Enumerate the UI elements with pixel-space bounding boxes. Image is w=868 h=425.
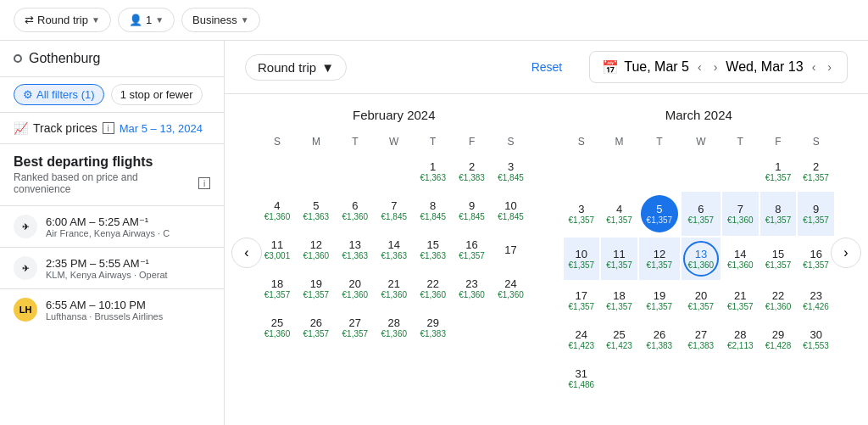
cal-nav-right[interactable]: ›: [831, 238, 861, 268]
cal-cell[interactable]: 17€1,357: [564, 282, 600, 319]
cal-cell[interactable]: 24€1,360: [492, 270, 530, 307]
cal-cell[interactable]: 7€1,360: [722, 192, 759, 236]
end-date-prev[interactable]: ‹: [809, 59, 820, 75]
cal-cell[interactable]: 5€1,357: [639, 192, 680, 236]
cal-cell[interactable]: 6€1,357: [682, 192, 721, 236]
cal-cell[interactable]: 8€1,845: [415, 192, 452, 229]
best-flights-info-icon[interactable]: i: [198, 177, 210, 189]
cal-cell[interactable]: 17: [492, 231, 530, 268]
cal-cell[interactable]: 2€1,383: [453, 153, 491, 190]
cal-cell[interactable]: 13€1,363: [337, 231, 374, 268]
cal-cell[interactable]: 28€1,360: [376, 309, 413, 346]
trip-type-icon: ⇄: [25, 14, 34, 26]
trip-type-label: Round trip: [37, 14, 88, 26]
cal-cell[interactable]: 13€1,360: [682, 238, 721, 280]
cal-cell: [760, 360, 797, 397]
cal-cell[interactable]: 26€1,357: [298, 309, 335, 346]
cal-cell: [639, 153, 680, 190]
cal-cell[interactable]: 21€1,360: [376, 270, 413, 307]
passengers-btn[interactable]: 👤 1 ▼: [118, 8, 175, 32]
stop-filter-btn[interactable]: 1 stop or fewer: [111, 84, 203, 105]
cal-cell[interactable]: 26€1,383: [639, 321, 680, 358]
flight-item-0[interactable]: ✈ 6:00 AM – 5:25 AM⁻¹ Air France, Kenya …: [0, 205, 224, 247]
reset-btn[interactable]: Reset: [531, 60, 563, 74]
calendar-icon: 📅: [602, 59, 619, 75]
end-date-next[interactable]: ›: [824, 59, 835, 75]
cal-cell[interactable]: 9€1,357: [798, 192, 834, 236]
cal-cell[interactable]: 6€1,360: [337, 192, 374, 229]
start-date-text: Tue, Mar 5: [624, 59, 689, 75]
cal-cell[interactable]: 25€1,423: [601, 321, 637, 358]
cal-cell[interactable]: 29€1,428: [760, 321, 797, 358]
cal-cell[interactable]: 19€1,357: [298, 270, 335, 307]
start-date-prev[interactable]: ‹: [694, 59, 705, 75]
cal-cell[interactable]: 23€1,360: [453, 270, 491, 307]
cal-cell[interactable]: 1€1,363: [415, 153, 452, 190]
top-nav: ⇄ Round trip ▼ 👤 1 ▼ Business ▼: [0, 0, 868, 41]
cal-cell[interactable]: 7€1,845: [376, 192, 413, 229]
trip-type-btn[interactable]: ⇄ Round trip ▼: [14, 8, 111, 32]
cal-cell[interactable]: 30€1,553: [798, 321, 834, 358]
date-picker[interactable]: 📅 Tue, Mar 5 ‹ › Wed, Mar 13 ‹ ›: [589, 51, 848, 83]
cal-cell[interactable]: 24€1,423: [564, 321, 600, 358]
cal-cell[interactable]: 29€1,383: [415, 309, 452, 346]
flight-item-2[interactable]: LH 6:55 AM – 10:10 PM Lufthansa · Brusse…: [0, 288, 224, 330]
cal-nav-left[interactable]: ‹: [231, 238, 262, 268]
start-date-next[interactable]: ›: [710, 59, 721, 75]
calendars-wrapper: ‹ February 2024SMTWTFS1€1,3632€1,3833€1,…: [225, 94, 868, 411]
cal-cell[interactable]: 20€1,360: [337, 270, 374, 307]
flight-info-0: 6:00 AM – 5:25 AM⁻¹ Air France, Kenya Ai…: [46, 215, 210, 238]
cal-cell[interactable]: 27€1,357: [337, 309, 374, 346]
cal-cell[interactable]: 22€1,360: [415, 270, 452, 307]
cal-cell[interactable]: 3€1,845: [492, 153, 530, 190]
left-panel: Gothenburg ⚙ All filters (1) 1 stop or f…: [0, 41, 225, 425]
cal-cell[interactable]: 2€1,357: [798, 153, 834, 190]
cal-cell[interactable]: 28€2,113: [722, 321, 759, 358]
cal-dow: S: [492, 132, 530, 151]
cal-cell[interactable]: 27€1,383: [682, 321, 721, 358]
cal-dow: S: [259, 132, 296, 151]
cal-cell[interactable]: 18€1,357: [601, 282, 637, 319]
cal-cell[interactable]: 5€1,363: [298, 192, 335, 229]
filter-icon: ⚙: [23, 88, 33, 101]
class-chevron: ▼: [241, 15, 249, 25]
cal-cell[interactable]: 22€1,360: [760, 282, 797, 319]
cal-cell[interactable]: 19€1,357: [639, 282, 680, 319]
cal-cell[interactable]: 15€1,363: [415, 231, 452, 268]
flight-airline-0: Air France, Kenya Airways · C: [46, 228, 210, 238]
cal-cell[interactable]: 25€1,360: [259, 309, 296, 346]
cal-cell[interactable]: 16€1,357: [798, 238, 834, 280]
cal-cell[interactable]: 10€1,845: [492, 192, 530, 229]
cal-cell[interactable]: 21€1,357: [722, 282, 759, 319]
cal-cell[interactable]: 14€1,363: [376, 231, 413, 268]
cal-cell[interactable]: 18€1,357: [259, 270, 296, 307]
flight-item-1[interactable]: ✈ 2:35 PM – 5:55 AM⁻¹ KLM, Kenya Airways…: [0, 247, 224, 288]
cal-cell[interactable]: 15€1,357: [760, 238, 797, 280]
cal-cell[interactable]: 3€1,357: [564, 192, 600, 236]
cal-cell[interactable]: 9€1,845: [453, 192, 491, 229]
airline-logo-0: ✈: [14, 215, 37, 238]
cal-cell[interactable]: 1€1,357: [760, 153, 797, 190]
cal-cell[interactable]: 4€1,357: [601, 192, 637, 236]
info-icon[interactable]: i: [103, 122, 114, 134]
cal-cell[interactable]: 14€1,360: [722, 238, 759, 280]
cal-cell[interactable]: 16€1,357: [453, 231, 491, 268]
cal-cell: [798, 360, 834, 397]
cal-cell[interactable]: 20€1,357: [682, 282, 721, 319]
cal-cell[interactable]: 4€1,360: [259, 192, 296, 229]
cal-cell[interactable]: 11€3,001: [259, 231, 296, 268]
cal-cell[interactable]: 8€1,357: [760, 192, 797, 236]
cal-cell[interactable]: 23€1,426: [798, 282, 834, 319]
cal-cell[interactable]: 12€1,357: [639, 238, 680, 280]
flight-time-2: 6:55 AM – 10:10 PM: [46, 299, 210, 311]
cal-dow: M: [298, 132, 335, 151]
all-filters-btn[interactable]: ⚙ All filters (1): [14, 84, 104, 105]
end-date-text: Wed, Mar 13: [726, 59, 803, 75]
cal-cell[interactable]: 11€1,357: [601, 238, 637, 280]
cal-cell[interactable]: 12€1,360: [298, 231, 335, 268]
cal-cell: [682, 360, 721, 397]
class-btn[interactable]: Business ▼: [181, 8, 260, 32]
calendar-trip-select[interactable]: Round trip ▼: [245, 54, 347, 81]
cal-cell[interactable]: 10€1,357: [564, 238, 600, 280]
cal-cell[interactable]: 31€1,486: [564, 360, 600, 397]
